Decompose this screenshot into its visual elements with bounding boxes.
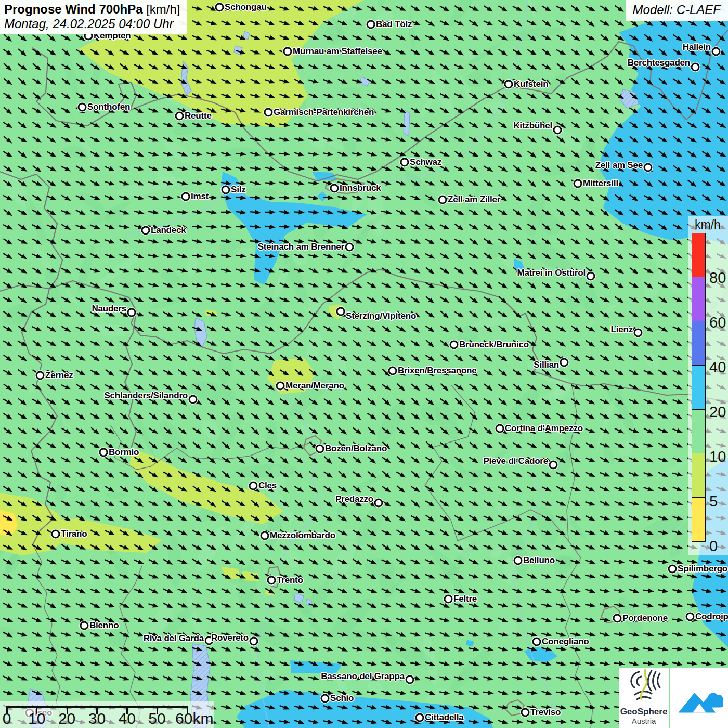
city-label: Bassano del Grappa xyxy=(321,671,405,682)
city-label: Berchtesgaden xyxy=(628,58,690,68)
city-label: Trento xyxy=(277,575,303,586)
city-marker xyxy=(496,424,504,433)
city-label: Mezzolombardo xyxy=(270,530,335,541)
city-marker xyxy=(504,80,513,89)
city-marker xyxy=(374,499,383,508)
city-marker xyxy=(99,448,108,457)
city-marker xyxy=(36,371,45,380)
city-marker xyxy=(406,675,414,684)
page-subtitle: Montag, 24.02.2025 04:00 Uhr xyxy=(4,17,180,31)
title-box: Prognose Wind 700hPa [km/h] Montag, 24.0… xyxy=(0,0,187,34)
city-marker xyxy=(514,556,523,565)
city-label: Zernez xyxy=(45,370,73,381)
city-marker xyxy=(388,367,397,375)
city-label: Zell am See xyxy=(595,160,643,171)
city-label: Feltre xyxy=(453,594,477,604)
legend-segment xyxy=(692,321,706,366)
city-marker xyxy=(613,614,622,623)
city-label: Riva del Garda xyxy=(144,633,204,644)
legend-segment xyxy=(692,497,706,542)
city-label: Bormio xyxy=(109,447,139,458)
city-marker xyxy=(415,713,424,722)
geosphere-logo: GeoSphere Austria xyxy=(619,668,669,728)
city-label: Mittersill xyxy=(583,178,618,189)
city-label: Tirano xyxy=(61,529,87,539)
city-label: Conegliano xyxy=(542,636,589,647)
city-label: Lienz xyxy=(611,324,633,335)
city-label: Kitzbühel xyxy=(513,121,552,131)
title-unit-text: [km/h] xyxy=(143,2,180,16)
city-label: Bad Tölz xyxy=(376,19,412,30)
city-label: Bruneck/Brunico xyxy=(459,340,529,350)
city-label: Pieve di Cadore xyxy=(483,456,548,466)
city-label: Kufstein xyxy=(514,79,548,89)
city-marker xyxy=(668,565,677,574)
city-label: Cles xyxy=(258,480,277,491)
mountain-cloud-logo xyxy=(670,668,728,728)
city-marker xyxy=(330,184,339,193)
city-label: Rovereto xyxy=(211,633,249,643)
city-label: Murnau am Staffelsee xyxy=(293,46,382,57)
city-marker xyxy=(450,341,459,349)
city-marker xyxy=(267,576,276,585)
city-label: Silz xyxy=(231,185,246,195)
wind-speed-legend: km/h 806040201050 xyxy=(688,216,728,555)
legend-segment xyxy=(692,365,706,410)
city-marker xyxy=(336,307,345,316)
city-marker xyxy=(367,20,375,29)
legend-tick-label: 20 xyxy=(709,404,726,421)
city-marker xyxy=(521,708,530,717)
city-marker xyxy=(644,163,653,172)
city-label: Spilimbergo xyxy=(678,564,727,574)
city-marker xyxy=(634,329,643,337)
city-marker xyxy=(249,482,258,490)
city-marker xyxy=(691,63,700,72)
city-marker xyxy=(181,192,190,201)
legend-segment xyxy=(692,453,706,498)
city-marker xyxy=(80,621,89,630)
wind-forecast-map-page: SchongauBad TölzKemptenMurnau am Staffel… xyxy=(0,0,728,728)
city-marker xyxy=(438,196,447,204)
city-label: Pordenone xyxy=(622,613,668,623)
legend-tick-label: 5 xyxy=(709,493,718,510)
city-marker xyxy=(127,308,136,317)
city-label: Treviso xyxy=(530,707,561,718)
city-label: Cortina d'Ampezzo xyxy=(505,423,583,434)
city-marker xyxy=(51,530,60,539)
city-marker xyxy=(141,226,150,235)
legend-tick-label: 60 xyxy=(709,314,726,331)
city-marker xyxy=(261,531,269,540)
map-scale-bar: 0102030405060km xyxy=(0,701,214,728)
city-marker xyxy=(321,694,330,703)
city-label: Bozen/Bolzano xyxy=(325,444,387,454)
city-label: Brixen/Bressanone xyxy=(398,366,477,376)
city-label: Bienno xyxy=(89,620,119,631)
city-label: Predazzo xyxy=(335,494,373,504)
city-label: Landeck xyxy=(151,225,186,236)
city-label: Garmisch-Partenkirchen xyxy=(274,107,374,118)
city-label: Schio xyxy=(330,693,354,704)
city-marker xyxy=(264,108,273,117)
city-label: Zell am Ziller xyxy=(448,194,500,205)
city-marker xyxy=(686,613,695,621)
legend-tick-label: 0 xyxy=(709,538,718,555)
city-label: Sonthofen xyxy=(87,102,130,112)
city-label: Belluno xyxy=(523,555,555,566)
scale-label: 60km xyxy=(171,710,218,727)
city-label: Imst xyxy=(191,191,209,202)
city-marker xyxy=(345,243,354,252)
blue-mountain-cloud-icon xyxy=(675,675,723,721)
city-marker xyxy=(587,272,595,281)
city-label: Matrei in Osttirol xyxy=(517,268,586,278)
city-marker xyxy=(560,358,569,367)
city-label: Hallein xyxy=(683,42,711,53)
lake-shape xyxy=(404,110,410,136)
city-marker xyxy=(316,445,324,453)
city-label: Reutte xyxy=(185,111,212,121)
city-marker xyxy=(712,47,721,56)
city-marker xyxy=(78,103,87,112)
city-label: Codroipo xyxy=(695,612,728,622)
city-label: Sterzing/Vipiteno xyxy=(346,311,416,321)
title-bold-text: Prognose Wind 700hPa xyxy=(4,2,143,16)
legend-color-bar xyxy=(692,233,706,547)
